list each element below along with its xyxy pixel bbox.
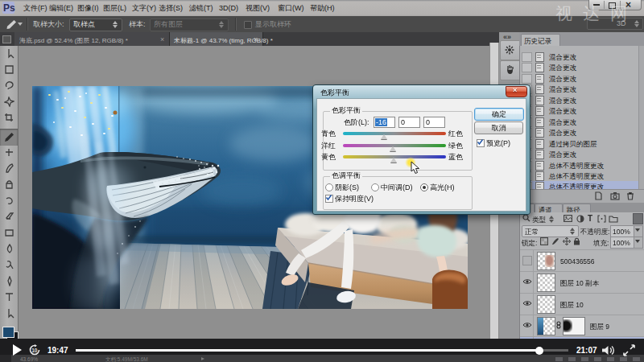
svg-text:10: 10 [31, 348, 38, 353]
